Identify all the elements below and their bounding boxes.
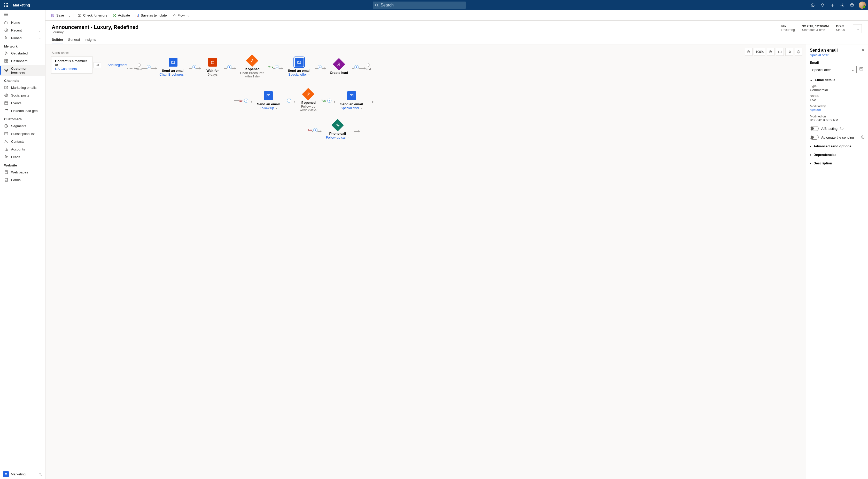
adv-send-options-section[interactable]: ›Advanced send options <box>810 144 864 148</box>
chevron-down-icon: ⌄ <box>308 73 310 76</box>
add-tile-button[interactable]: + <box>313 128 317 132</box>
tab-insights[interactable]: Insights <box>85 36 96 44</box>
global-navbar: Marketing Search <box>0 0 868 10</box>
zoom-out-button[interactable] <box>745 48 752 56</box>
ab-testing-toggle[interactable] <box>810 126 819 131</box>
svg-rect-31 <box>5 102 8 105</box>
svg-rect-43 <box>5 148 7 151</box>
sidebar-item-segments[interactable]: Segments <box>0 122 45 130</box>
add-tile-button[interactable]: + <box>327 99 332 103</box>
user-avatar[interactable] <box>859 2 866 9</box>
sidebar-item-social-posts[interactable]: Social posts <box>0 91 45 99</box>
add-segment-button[interactable]: + Add segment <box>105 63 127 67</box>
panel-title: Send an email <box>810 48 862 53</box>
add-tile-button[interactable]: + <box>192 65 196 69</box>
tab-builder[interactable]: Builder <box>52 36 63 44</box>
sidebar-item-pinned[interactable]: Pinned⌄ <box>0 34 45 42</box>
meta-start-val: 3/12/18, 12:00PM <box>802 24 829 28</box>
add-tile-button[interactable]: + <box>147 65 151 69</box>
automate-toggle[interactable] <box>810 135 819 140</box>
add-tile-button[interactable]: + <box>275 65 279 69</box>
sidebar-item-web-pages[interactable]: Web pages <box>0 168 45 176</box>
cmd-flow[interactable]: Flow⌄ <box>170 12 192 19</box>
sidebar-item-contacts[interactable]: Contacts <box>0 138 45 145</box>
panel-subtitle[interactable]: Special offer <box>810 53 862 57</box>
view-tabs: Builder General Insights <box>45 36 868 44</box>
close-icon[interactable]: ✕ <box>862 48 864 52</box>
svg-point-58 <box>113 14 116 17</box>
sidebar-item-events[interactable]: Events <box>0 99 45 107</box>
add-icon[interactable] <box>828 1 836 9</box>
lightbulb-icon[interactable] <box>818 1 827 9</box>
help-icon[interactable] <box>848 1 856 9</box>
node-if-opened-2[interactable]: If opened Follow up within 2 days <box>295 90 321 111</box>
svg-rect-53 <box>52 16 54 17</box>
tab-general[interactable]: General <box>68 36 80 44</box>
sidebar-item-customer-journeys[interactable]: Customer journeys <box>0 65 45 76</box>
cmd-check-errors[interactable]: Check for errors <box>75 12 109 19</box>
zoom-level[interactable]: 100% <box>754 48 765 56</box>
sidebar-item-home[interactable]: Home <box>0 19 45 26</box>
modified-by-link[interactable]: System <box>810 108 864 112</box>
cmd-save-as-template[interactable]: Save as template <box>133 12 169 19</box>
add-tile-button[interactable]: + <box>244 99 248 103</box>
dependencies-section[interactable]: ›Dependencies <box>810 153 864 157</box>
node-send-email-3[interactable]: Send an email Follow up⌄ <box>252 91 284 110</box>
add-tile-button[interactable]: + <box>318 65 322 69</box>
canvas-help-button[interactable] <box>795 48 802 56</box>
hamburger-icon[interactable] <box>0 10 45 19</box>
branch-no: No <box>239 99 243 102</box>
email-select[interactable]: Special offer⌄ <box>810 66 857 73</box>
sidebar-item-linkedin[interactable]: LinkedIn lead gen <box>0 107 45 114</box>
lookup-icon[interactable] <box>858 66 864 72</box>
svg-point-26 <box>4 69 5 70</box>
fit-view-button[interactable] <box>776 48 784 56</box>
add-tile-button[interactable]: + <box>287 99 291 103</box>
settings-icon[interactable] <box>838 1 846 9</box>
node-create-lead[interactable]: Create lead <box>326 60 352 75</box>
node-send-email-2[interactable]: Send an email Special offer⌄ <box>283 58 315 76</box>
sidebar-item-subscription-list[interactable]: Subscription list <box>0 130 45 138</box>
journey-canvas[interactable]: 100% Starts when: Contact is a member of… <box>45 44 806 479</box>
node-send-email-1[interactable]: Send an email Chair Brochures⌄ <box>157 58 189 76</box>
info-icon[interactable]: ⓘ <box>861 135 864 140</box>
segment-card[interactable]: Contact is a member of US Customers <box>51 56 92 74</box>
sidebar-item-marketing-emails[interactable]: Marketing emails <box>0 83 45 91</box>
description-section[interactable]: ›Description <box>810 161 864 165</box>
add-tile-button[interactable]: + <box>354 65 359 69</box>
snapshot-button[interactable] <box>785 48 793 56</box>
email-details-section[interactable]: ⌄Email details <box>810 78 864 82</box>
global-search[interactable]: Search <box>373 2 466 9</box>
app-launcher-icon[interactable] <box>2 3 10 7</box>
node-phone-call[interactable]: Phone call Follow up call⌄ <box>322 121 354 139</box>
info-icon[interactable]: ⓘ <box>840 126 843 131</box>
sidebar-item-recent[interactable]: Recent⌄ <box>0 26 45 34</box>
svg-point-68 <box>789 52 790 53</box>
area-switcher[interactable]: M Marketing ⇅ <box>0 469 45 479</box>
feedback-icon[interactable] <box>809 1 817 9</box>
header-expand-button[interactable]: ⌄ <box>853 24 862 33</box>
sidebar-item-accounts[interactable]: Accounts <box>0 145 45 153</box>
svg-rect-3 <box>4 5 5 6</box>
sidebar-section-mywork: My work <box>0 42 45 49</box>
sidebar-item-get-started[interactable]: Get started <box>0 49 45 57</box>
sidebar-item-forms[interactable]: Forms <box>0 176 45 184</box>
node-if-opened-1[interactable]: If opened Chair Brochures within 1 day <box>236 56 268 78</box>
svg-marker-21 <box>5 52 7 55</box>
chevron-right-icon: › <box>810 144 811 148</box>
svg-rect-36 <box>5 110 6 112</box>
cmd-save-chevron[interactable]: ⌄ <box>67 12 72 19</box>
node-send-email-4[interactable]: Send an email Special offer⌄ <box>336 91 368 110</box>
cmd-activate[interactable]: Activate <box>110 12 132 19</box>
segment-link[interactable]: US Customers <box>55 67 77 71</box>
sidebar-item-leads[interactable]: Leads <box>0 153 45 161</box>
node-wait[interactable]: Wait for 5 days <box>201 58 224 76</box>
zoom-in-button[interactable] <box>767 48 774 56</box>
meta-start-lbl: Start date & time <box>802 28 829 32</box>
sidebar-item-dashboard[interactable]: Dashboard <box>0 57 45 65</box>
svg-line-63 <box>771 53 772 54</box>
add-tile-button[interactable]: + <box>227 65 231 69</box>
cmd-save[interactable]: Save <box>49 12 66 19</box>
chevron-down-icon: ⌄ <box>187 13 190 17</box>
svg-point-28 <box>6 71 6 72</box>
